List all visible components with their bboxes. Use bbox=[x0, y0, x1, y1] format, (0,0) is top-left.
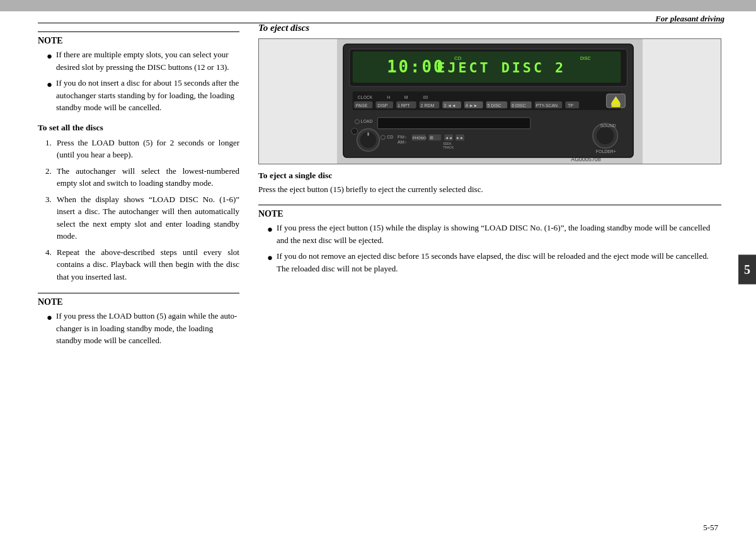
note-block-3: NOTE ● If you press the eject button (15… bbox=[258, 205, 721, 275]
single-disc-text: Press the eject button (15) briefly to e… bbox=[258, 183, 721, 196]
step-2: 2. The autochanger will select the lowes… bbox=[45, 165, 239, 190]
svg-text:◄◄: ◄◄ bbox=[445, 136, 452, 140]
svg-rect-60 bbox=[612, 105, 621, 107]
svg-text:AG0005708: AG0005708 bbox=[571, 156, 601, 162]
right-column: To eject discs 10:00 EJECT DISC 2 bbox=[258, 23, 721, 520]
eject-heading: To eject discs bbox=[258, 23, 721, 33]
single-disc-heading: To eject a single disc bbox=[258, 171, 721, 181]
note3-item-1: ● If you press the eject button (15) whi… bbox=[267, 222, 721, 246]
svg-text:FOLDER+: FOLDER+ bbox=[596, 149, 616, 154]
divider-3 bbox=[258, 205, 721, 205]
cd-player-svg: 10:00 EJECT DISC 2 CD DISC CLOCK H M 00 bbox=[259, 39, 721, 164]
note1-item-1: ● If there are multiple empty slots, you… bbox=[47, 48, 239, 73]
svg-text:M: M bbox=[404, 95, 408, 99]
svg-text:6 DISC: 6 DISC bbox=[512, 103, 525, 108]
svg-text:2 RDM: 2 RDM bbox=[421, 103, 435, 108]
svg-text:FM○: FM○ bbox=[398, 135, 406, 139]
bullet-2: ● bbox=[47, 77, 52, 92]
svg-text:00: 00 bbox=[423, 95, 428, 99]
svg-text:PTY-SCAN: PTY-SCAN bbox=[536, 103, 558, 108]
numbered-list: 1. Press the LOAD button (5) for 2 secon… bbox=[45, 137, 239, 283]
svg-point-56 bbox=[597, 127, 614, 145]
step-4: 4. Repeat the above-described steps unti… bbox=[45, 246, 239, 283]
note-block-2: NOTE ● If you press the LOAD button (5) … bbox=[38, 293, 239, 347]
page-footer: 5-57 bbox=[703, 523, 718, 533]
bullet-3: ● bbox=[47, 310, 52, 325]
svg-text:PHONO: PHONO bbox=[413, 136, 427, 140]
note3-item-2: ● If you do not remove an ejected disc b… bbox=[267, 250, 721, 275]
svg-text:DISP: DISP bbox=[377, 103, 388, 108]
svg-text:SEEK: SEEK bbox=[443, 142, 452, 145]
page-number: 5-57 bbox=[703, 523, 718, 532]
svg-text:◯ LOAD: ◯ LOAD bbox=[355, 119, 373, 124]
svg-text:TP: TP bbox=[568, 103, 573, 108]
divider-2 bbox=[38, 293, 239, 293]
divider-1 bbox=[38, 31, 239, 32]
top-bar bbox=[0, 0, 756, 11]
section-heading: To set all the discs bbox=[38, 123, 239, 133]
svg-text:TRACK: TRACK bbox=[443, 146, 454, 149]
step-1: 1. Press the LOAD button (5) for 2 secon… bbox=[45, 137, 239, 161]
step-3: 3. When the display shows “LOAD DISC No.… bbox=[45, 193, 239, 242]
side-tab: 5 bbox=[738, 255, 756, 285]
note-block-1: NOTE ● If there are multiple empty slots… bbox=[38, 31, 239, 114]
bullet-1: ● bbox=[47, 49, 52, 64]
svg-text:DISC: DISC bbox=[580, 56, 591, 60]
note3-label: NOTE bbox=[258, 209, 721, 219]
note1-item-2: ● If you do not insert a disc for about … bbox=[47, 77, 239, 114]
cd-player-image: 10:00 EJECT DISC 2 CD DISC CLOCK H M 00 bbox=[258, 38, 721, 164]
page-container: For pleasant driving 5 NOTE ● If there a… bbox=[0, 0, 756, 539]
svg-text:CLOCK: CLOCK bbox=[358, 95, 373, 99]
svg-text:AM○: AM○ bbox=[398, 140, 407, 144]
svg-text:CD: CD bbox=[454, 55, 462, 61]
main-content: NOTE ● If there are multiple empty slots… bbox=[38, 23, 721, 520]
svg-text:►►: ►► bbox=[456, 136, 464, 140]
bullet-5: ● bbox=[267, 251, 273, 265]
svg-text:⊞: ⊞ bbox=[430, 135, 433, 140]
svg-text:5 DISC: 5 DISC bbox=[488, 103, 501, 108]
svg-text:3 ◄◄: 3 ◄◄ bbox=[444, 103, 455, 108]
bullet-4: ● bbox=[267, 222, 273, 237]
left-column: NOTE ● If there are multiple empty slots… bbox=[38, 23, 239, 520]
svg-text:H: H bbox=[387, 95, 390, 99]
svg-text:EJECT DISC 2: EJECT DISC 2 bbox=[437, 60, 566, 76]
svg-rect-37 bbox=[377, 118, 530, 129]
svg-point-38 bbox=[352, 128, 358, 135]
svg-text:4 ►►: 4 ►► bbox=[466, 103, 478, 108]
note1-label: NOTE bbox=[38, 36, 239, 46]
svg-text:PAGE: PAGE bbox=[356, 103, 368, 108]
note2-label: NOTE bbox=[38, 297, 239, 307]
note2-item-1: ● If you press the LOAD button (5) again… bbox=[47, 310, 239, 347]
svg-text:◯ CD: ◯ CD bbox=[381, 135, 393, 140]
svg-text:1 RPT: 1 RPT bbox=[398, 103, 410, 108]
svg-text:SOUND: SOUND bbox=[600, 123, 616, 128]
header-text: For pleasant driving bbox=[655, 14, 724, 23]
